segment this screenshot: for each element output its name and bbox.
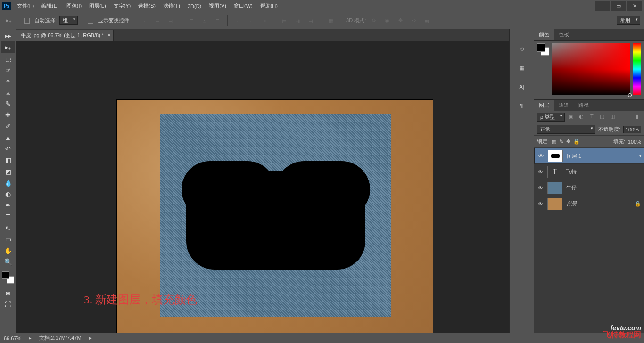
filter-kind-select[interactable]: ρ 类型 (537, 113, 565, 122)
fill-value[interactable]: 100% (628, 139, 641, 145)
menu-select[interactable]: 选择(S) (138, 2, 156, 9)
3d-roll-icon[interactable]: ◉ (382, 16, 392, 26)
zoom-tool[interactable]: 🔍 (1, 256, 15, 268)
close-button[interactable]: ✕ (627, 1, 642, 11)
3d-slide-icon[interactable]: ⇔ (408, 16, 419, 26)
magicwand-tool[interactable]: ✧ (1, 75, 15, 87)
eyedropper-tool[interactable]: ✎ (1, 98, 15, 109)
distribute-5-icon[interactable]: ⫣ (292, 16, 303, 26)
layer-row[interactable]: 👁牛仔 (534, 180, 644, 196)
history-brush-tool[interactable]: ↶ (1, 143, 15, 155)
quickmask-tool[interactable]: ◙ (1, 287, 15, 299)
align-bottom-icon[interactable]: ⫥ (165, 16, 176, 26)
history-panel-icon[interactable]: ⟲ (516, 43, 528, 55)
color-field[interactable] (552, 43, 630, 95)
opacity-value[interactable]: 100% (623, 126, 641, 133)
visibility-icon[interactable]: 👁 (537, 201, 544, 207)
visibility-icon[interactable]: 👁 (537, 153, 544, 159)
menu-help[interactable]: 帮助(H) (260, 2, 278, 9)
lock-position-icon[interactable]: ✥ (566, 139, 570, 145)
filter-toggle[interactable]: ▮ (633, 114, 641, 121)
dodge-tool[interactable]: ◐ (1, 188, 15, 200)
menu-window[interactable]: 窗口(W) (234, 2, 253, 9)
zoom-arrow-icon[interactable]: ▸ (29, 335, 32, 341)
distribute-6-icon[interactable]: ⫤ (305, 16, 316, 26)
paragraph-panel-icon[interactable]: ¶ (516, 100, 528, 111)
showcontrols-checkbox[interactable] (88, 18, 93, 24)
tab-layers[interactable]: 图层 (534, 100, 554, 111)
stamp-tool[interactable]: ▲ (1, 132, 15, 143)
lock-transparency-icon[interactable]: ▨ (552, 139, 556, 145)
align-left-icon[interactable]: ⊏ (186, 16, 196, 26)
3d-orbit-icon[interactable]: ⟳ (369, 16, 379, 26)
align-top-icon[interactable]: ⫠ (139, 16, 149, 26)
menu-3d[interactable]: 3D(D) (188, 3, 201, 9)
arrange-icon[interactable]: ▸▸ (1, 30, 15, 41)
menu-view[interactable]: 视图(V) (209, 2, 226, 9)
autoselect-target-select[interactable]: 组 (59, 16, 78, 25)
3d-zoom-icon[interactable]: ■ι (421, 16, 432, 26)
crop-tool[interactable]: ⟁ (1, 87, 15, 98)
doc-tab[interactable]: 牛皮.jpg @ 66.7% (图层 1, RGB/8) * × (16, 30, 114, 41)
autoalign-icon[interactable]: ▦ (326, 16, 336, 26)
visibility-icon[interactable]: 👁 (537, 169, 544, 175)
blur-tool[interactable]: 💧 (1, 177, 15, 188)
distribute-3-icon[interactable]: ⫡ (259, 16, 269, 26)
zoom-level[interactable]: 66.67% (4, 335, 21, 341)
lock-pixels-icon[interactable]: ✎ (559, 139, 563, 145)
foreground-color[interactable] (2, 271, 9, 279)
filter-shape-icon[interactable]: ▢ (598, 114, 606, 121)
distribute-4-icon[interactable]: ⫢ (279, 16, 289, 26)
tab-paths[interactable]: 路径 (574, 100, 594, 111)
doc-size-arrow-icon[interactable]: ▸ (89, 335, 92, 341)
shape-tool[interactable]: ▭ (1, 234, 15, 245)
menu-filter[interactable]: 滤镜(T) (163, 2, 180, 9)
pen-tool[interactable]: ✒ (1, 200, 15, 211)
tab-swatches[interactable]: 色板 (554, 29, 574, 40)
autoselect-checkbox[interactable] (24, 18, 30, 24)
align-hcenter-icon[interactable]: ⊡ (199, 16, 209, 26)
visibility-icon[interactable]: 👁 (537, 185, 544, 191)
3d-pan-icon[interactable]: ✥ (395, 16, 405, 26)
menu-layer[interactable]: 图层(L) (89, 2, 106, 9)
layer-row[interactable]: 👁图层 1 (534, 148, 644, 164)
distribute-1-icon[interactable]: ⫟ (232, 16, 243, 26)
filter-pixel-icon[interactable]: ▣ (567, 114, 575, 121)
color-swatch[interactable] (2, 271, 14, 284)
brush-tool[interactable]: ✐ (1, 121, 15, 132)
align-vcenter-icon[interactable]: ⫤ (152, 16, 163, 26)
close-tab-icon[interactable]: × (107, 33, 110, 38)
distribute-2-icon[interactable]: ⫠ (246, 16, 256, 26)
marquee-tool[interactable]: ⬚ (1, 53, 15, 64)
gradient-tool[interactable]: ◩ (1, 166, 15, 177)
eraser-tool[interactable]: ◧ (1, 155, 15, 166)
path-tool[interactable]: ↖ (1, 222, 15, 234)
healing-tool[interactable]: ✚ (1, 109, 15, 121)
character-panel-icon[interactable]: A| (516, 81, 528, 92)
minimize-button[interactable]: — (595, 1, 610, 11)
menu-type[interactable]: 文字(Y) (114, 2, 131, 9)
hand-tool[interactable]: ✋ (1, 245, 15, 256)
workspace-select[interactable]: 常用 (617, 16, 640, 25)
lasso-tool[interactable]: ⟉ (1, 64, 15, 75)
hue-slider[interactable]: ◀ (633, 43, 641, 95)
tab-channels[interactable]: 通道 (554, 100, 574, 111)
menu-file[interactable]: 文件(F) (17, 2, 34, 9)
move-tool[interactable]: ▸₊ (1, 41, 15, 53)
properties-panel-icon[interactable]: ▦ (516, 62, 528, 74)
align-right-icon[interactable]: ⊐ (212, 16, 223, 26)
menu-image[interactable]: 图像(I) (66, 2, 82, 9)
screenmode-tool[interactable]: ⛶ (1, 299, 15, 310)
layer-row[interactable]: 👁T飞特 (534, 164, 644, 180)
layer-row[interactable]: 👁背景🔒 (534, 196, 644, 212)
tab-color[interactable]: 颜色 (534, 29, 554, 40)
filter-smart-icon[interactable]: ◫ (608, 114, 617, 121)
lock-all-icon[interactable]: 🔒 (573, 139, 580, 145)
blend-mode-select[interactable]: 正常 (537, 125, 595, 134)
filter-type-icon[interactable]: T (587, 114, 596, 121)
maximize-button[interactable]: ▭ (611, 1, 626, 11)
color-swatches[interactable] (537, 43, 549, 56)
menu-edit[interactable]: 编辑(E) (41, 2, 59, 9)
type-tool[interactable]: T (1, 211, 15, 222)
filter-adjust-icon[interactable]: ◐ (577, 114, 586, 121)
